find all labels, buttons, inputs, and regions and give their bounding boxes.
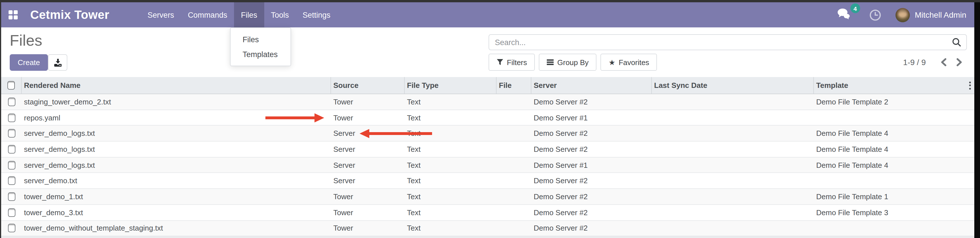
cell-server[interactable]: Demo Server #2 <box>531 129 652 138</box>
cell-rendered-name[interactable]: server_demo_logs.txt <box>22 129 331 138</box>
cell-rendered-name[interactable]: server_demo_logs.txt <box>22 145 331 154</box>
cell-source[interactable]: Tower <box>331 192 405 201</box>
cell-file-type[interactable]: Text <box>405 98 496 106</box>
table-row[interactable]: tower_demo_3.txtTowerTextDemo Server #2D… <box>1 205 974 221</box>
column-header-rendered-name[interactable]: Rendered Name <box>22 77 331 94</box>
cell-file-type[interactable]: Text <box>405 113 496 122</box>
optional-columns-icon[interactable] <box>969 81 971 89</box>
table-row[interactable]: server_demo_logs.txtServerTextDemo Serve… <box>1 157 974 173</box>
group-by-button[interactable]: Group By <box>539 54 597 71</box>
row-checkbox[interactable] <box>8 224 15 233</box>
cell-file-type[interactable]: Text <box>405 129 496 138</box>
cell-rendered-name[interactable]: server_demo.txt <box>22 177 331 185</box>
cell-rendered-name[interactable]: tower_demo_1.txt <box>22 192 331 201</box>
cell-source[interactable]: Server <box>331 129 405 138</box>
column-header-template[interactable]: Template <box>814 77 974 94</box>
cell-source[interactable]: Tower <box>331 113 405 122</box>
search-icon[interactable] <box>952 38 961 47</box>
row-checkbox[interactable] <box>8 113 15 122</box>
cell-server[interactable]: Demo Server #2 <box>531 208 652 217</box>
cell-server[interactable]: Demo Server #2 <box>531 224 652 233</box>
pager-previous-button[interactable] <box>936 58 951 67</box>
nav-item-settings[interactable]: Settings <box>296 2 337 27</box>
cell-file-type[interactable]: Text <box>405 177 496 185</box>
dropdown-item-files[interactable]: Files <box>231 32 291 47</box>
cell-rendered-name[interactable]: server_demo_logs.txt <box>22 161 331 169</box>
row-checkbox-cell <box>1 224 22 233</box>
column-header-file[interactable]: File <box>496 77 531 94</box>
cell-template[interactable]: Demo File Template 1 <box>814 192 974 201</box>
nav-item-servers[interactable]: Servers <box>141 2 181 27</box>
navbar-menu: ServersCommandsFilesToolsSettings <box>141 2 337 27</box>
cell-file-type[interactable]: Text <box>405 224 496 233</box>
table-row[interactable]: tower_demo_1.txtTowerTextDemo Server #2D… <box>1 189 974 205</box>
nav-item-tools[interactable]: Tools <box>264 2 296 27</box>
cell-file-type[interactable]: Text <box>405 192 496 201</box>
row-checkbox[interactable] <box>8 192 15 201</box>
cell-template[interactable]: Demo File Template 2 <box>814 98 974 106</box>
favorites-button[interactable]: ★ Favorites <box>601 54 657 71</box>
row-checkbox[interactable] <box>8 177 15 185</box>
create-button[interactable]: Create <box>10 54 48 71</box>
activities-menu-button[interactable] <box>869 8 881 21</box>
row-checkbox[interactable] <box>8 145 15 154</box>
filters-label: Filters <box>507 58 527 67</box>
cell-server[interactable]: Demo Server #1 <box>531 161 652 169</box>
row-checkbox[interactable] <box>8 129 15 138</box>
clock-icon <box>869 8 881 21</box>
table-row[interactable]: server_demo_logs.txtServerTextDemo Serve… <box>1 141 974 157</box>
nav-item-files[interactable]: Files <box>234 2 264 27</box>
table-row[interactable]: tower_demo_without_template_staging.txtT… <box>1 221 974 236</box>
cell-template[interactable]: Demo File Template 4 <box>814 161 974 169</box>
table-row[interactable]: server_demo_logs.txtServerTextDemo Serve… <box>1 126 974 141</box>
dropdown-item-templates[interactable]: Templates <box>231 47 291 62</box>
row-checkbox[interactable] <box>8 161 15 169</box>
search-input[interactable] <box>489 38 952 46</box>
user-menu-button[interactable]: Mitchell Admin <box>915 10 966 19</box>
cell-file-type[interactable]: Text <box>405 145 496 154</box>
pager-next-button[interactable] <box>951 58 967 67</box>
cell-server[interactable]: Demo Server #2 <box>531 192 652 201</box>
main-navbar: Cetmix Tower ServersCommandsFilesToolsSe… <box>1 2 974 27</box>
cell-file-type[interactable]: Text <box>405 161 496 169</box>
app-brand[interactable]: Cetmix Tower <box>30 8 109 22</box>
cell-source[interactable]: Server <box>331 145 405 154</box>
cell-source[interactable]: Server <box>331 161 405 169</box>
export-button[interactable] <box>48 54 67 71</box>
cell-template[interactable]: Demo File Template 3 <box>814 208 974 217</box>
cell-source[interactable]: Tower <box>331 208 405 217</box>
cell-rendered-name[interactable]: tower_demo_3.txt <box>22 208 331 217</box>
select-all-checkbox[interactable] <box>8 81 15 90</box>
cell-rendered-name[interactable]: repos.yaml <box>22 113 331 122</box>
cell-source[interactable]: Tower <box>331 98 405 106</box>
column-header-last-sync-date[interactable]: Last Sync Date <box>652 77 814 94</box>
table-row[interactable]: staging_tower_demo_2.txtTowerTextDemo Se… <box>1 94 974 110</box>
table-row[interactable]: server_demo.txtServerTextDemo Server #2 <box>1 173 974 189</box>
messages-menu-button[interactable]: 4 <box>837 8 851 22</box>
window-top-edge <box>0 0 980 2</box>
column-header-server[interactable]: Server <box>531 77 652 94</box>
cell-server[interactable]: Demo Server #2 <box>531 98 652 106</box>
cell-server[interactable]: Demo Server #1 <box>531 113 652 122</box>
cell-server[interactable]: Demo Server #2 <box>531 145 652 154</box>
cell-template[interactable]: Demo File Template 4 <box>814 145 974 154</box>
cell-template[interactable]: Demo File Template 4 <box>814 129 974 138</box>
row-checkbox[interactable] <box>8 98 15 106</box>
apps-grid-icon[interactable] <box>9 10 18 19</box>
nav-item-commands[interactable]: Commands <box>181 2 234 27</box>
table-row[interactable]: repos.yamlTowerTextDemo Server #1 <box>1 110 974 125</box>
cell-rendered-name[interactable]: tower_demo_without_template_staging.txt <box>22 224 331 233</box>
cell-rendered-name[interactable]: staging_tower_demo_2.txt <box>22 98 331 106</box>
user-avatar[interactable] <box>895 8 910 22</box>
row-checkbox[interactable] <box>8 208 15 217</box>
pager: 1-9 / 9 <box>903 54 967 71</box>
column-header-file-type[interactable]: File Type <box>405 77 496 94</box>
cell-file-type[interactable]: Text <box>405 208 496 217</box>
column-header-source[interactable]: Source <box>331 77 405 94</box>
filters-button[interactable]: Filters <box>488 54 535 71</box>
cell-source[interactable]: Server <box>331 177 405 185</box>
cell-source[interactable]: Tower <box>331 224 405 233</box>
filter-funnel-icon <box>496 59 503 66</box>
page-bottom-filler <box>1 236 974 238</box>
cell-server[interactable]: Demo Server #2 <box>531 177 652 185</box>
